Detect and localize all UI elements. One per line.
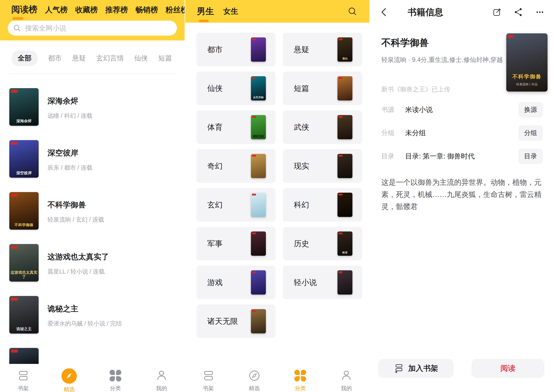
book-meta: 晨星LL / 轻小说 / 连载: [48, 268, 109, 276]
tab-male[interactable]: 男生: [197, 6, 214, 17]
tab-favorites-rank[interactable]: 收藏榜: [75, 5, 98, 19]
publisher-badge: [338, 271, 343, 273]
category-card-history[interactable]: 历史 终宋: [283, 227, 362, 260]
nav-item-category[interactable]: 分类: [277, 364, 323, 392]
publisher-badge: [252, 77, 256, 79]
category-label: 现实: [294, 161, 309, 171]
cover-author-text: 轻泉流响丨作品: [506, 83, 547, 86]
nav-item-category[interactable]: 分类: [92, 364, 139, 392]
category-card-xuanhuan[interactable]: 玄幻: [196, 188, 276, 222]
change-source-button[interactable]: 换源: [519, 102, 543, 118]
book-meta: 轻泉流响 · 9.4分,重生流,修士,修仙封神,穿越,空...: [381, 56, 503, 64]
tab-female[interactable]: 女生: [223, 6, 238, 16]
category-card-reality[interactable]: 现实: [283, 149, 362, 183]
bottom-nav: 书架 精选 分类 我的: [0, 364, 185, 392]
nav-item-featured[interactable]: 精选: [46, 364, 92, 392]
category-cover: [251, 193, 266, 217]
publisher-badge: [508, 35, 514, 38]
filter-all[interactable]: 全部: [12, 50, 38, 66]
nav-label: 精选: [64, 386, 75, 392]
category-card-light-novel[interactable]: 轻小说: [283, 266, 362, 299]
read-button[interactable]: 阅读: [471, 359, 544, 378]
share-icon[interactable]: [513, 7, 523, 17]
category-label: 轻小说: [294, 277, 317, 288]
book-list-item[interactable]: [9, 348, 185, 365]
category-screen: 男生 女生 都市 悬疑 魔临 仙侠 从芯开始: [185, 0, 369, 392]
rank-list-screen: 阅读榜 人气榜 收藏榜 推荐榜 畅销榜 粉丝榜 全部 都市 悬疑 玄幻言情 仙侠…: [0, 0, 185, 392]
tab-popularity-rank[interactable]: 人气榜: [45, 5, 68, 19]
category-cover: [337, 270, 352, 294]
category-label: 游戏: [207, 277, 223, 288]
category-label: 玄幻: [207, 200, 223, 210]
category-card-military[interactable]: 军事: [196, 227, 276, 260]
rank-book-list: 深海余烬 深海余烬 远瞳 / 科幻 / 连载 深空彼岸 深空彼岸 辰东 / 都市…: [0, 74, 185, 365]
category-card-wuxia[interactable]: 武侠: [283, 110, 362, 144]
book-meta: 远瞳 / 科幻 / 连载: [48, 112, 92, 120]
tab-recommend-rank[interactable]: 推荐榜: [105, 5, 128, 19]
search-icon[interactable]: [347, 6, 358, 17]
search-bar[interactable]: [8, 21, 177, 35]
group-button[interactable]: 分组: [519, 125, 543, 141]
category-card-qihuan[interactable]: 奇幻: [196, 149, 276, 183]
category-card-urban[interactable]: 都市: [196, 33, 276, 66]
tab-fans-rank[interactable]: 粉丝榜: [166, 5, 185, 19]
row-label: 书源: [381, 105, 405, 114]
category-card-short[interactable]: 短篇: [283, 71, 362, 105]
category-card-suspense[interactable]: 悬疑 魔临: [283, 33, 362, 66]
row-group: 分组 未分组 分组: [381, 121, 543, 145]
category-card-sports[interactable]: 体育 禁区之雄: [196, 110, 276, 144]
category-cover: 魔临: [337, 37, 352, 62]
book-list-item[interactable]: 深空彼岸 深空彼岸 辰东 / 都市 / 连载: [9, 140, 185, 178]
nav-item-bookshelf[interactable]: 书架: [185, 364, 231, 392]
book-list-item[interactable]: 不科学御兽 不科学御兽 轻泉流响 / 玄幻 / 连载: [9, 192, 185, 230]
book-info: 不科学御兽 轻泉流响 / 玄幻 / 连载: [48, 192, 104, 230]
add-to-shelf-button[interactable]: 加入书架: [378, 359, 454, 378]
category-card-game[interactable]: 游戏: [196, 266, 276, 299]
search-input[interactable]: [25, 24, 174, 32]
nav-label: 我的: [341, 385, 352, 392]
book-title: 不科学御兽: [48, 200, 104, 210]
book-cover: 深海余烬: [9, 88, 39, 126]
more-icon[interactable]: [535, 7, 545, 17]
add-to-shelf-icon: [394, 363, 404, 373]
nav-item-featured[interactable]: 精选: [231, 364, 277, 392]
book-list-item[interactable]: 深海余烬 深海余烬 远瞳 / 科幻 / 连载: [9, 88, 185, 126]
cover-title-text: 深空彼岸: [9, 171, 39, 175]
book-list-item[interactable]: 诡秘之主 诡秘之主 爱潜水的乌贼 / 轻小说 / 完结: [9, 296, 185, 334]
filter-xianxia[interactable]: 仙侠: [134, 54, 148, 63]
tab-bestseller-rank[interactable]: 畅销榜: [135, 5, 158, 19]
category-cover: [251, 154, 266, 178]
edit-icon[interactable]: [492, 7, 502, 17]
filter-suspense[interactable]: 悬疑: [72, 54, 86, 63]
user-icon: [340, 369, 353, 382]
category-label: 仙侠: [207, 83, 223, 94]
nav-label: 我的: [156, 385, 167, 392]
publisher-badge: [338, 232, 343, 234]
book-cover: 深空彼岸: [9, 140, 39, 178]
nav-item-mine[interactable]: 我的: [323, 364, 369, 392]
nav-item-mine[interactable]: 我的: [139, 364, 185, 392]
book-info: 深空彼岸 辰东 / 都市 / 连载: [48, 140, 92, 178]
cover-title-text: 不科学御兽: [9, 223, 39, 227]
book-description: 这是一个以御兽为主流的异世界。动物，植物，元素，死灵，机械……九尾炎狐，生命古树…: [381, 176, 543, 213]
tab-reading-rank[interactable]: 阅读榜: [11, 4, 37, 19]
book-info: 深海余烬 远瞳 / 科幻 / 连载: [48, 88, 92, 126]
filter-short[interactable]: 短篇: [158, 54, 172, 63]
catalog-button[interactable]: 目录: [519, 149, 543, 164]
nav-label: 精选: [249, 385, 260, 392]
category-card-xianxia[interactable]: 仙侠 从芯开始: [196, 71, 276, 105]
category-card-scifi[interactable]: 科幻: [283, 188, 362, 222]
category-card-infinite[interactable]: 诸天无限: [196, 304, 276, 338]
publisher-badge: [338, 77, 343, 79]
book-info: 诡秘之主 爱潜水的乌贼 / 轻小说 / 完结: [48, 296, 122, 334]
row-source: 书源 米读小说 换源: [381, 98, 543, 121]
back-icon[interactable]: [379, 7, 390, 17]
nav-label: 分类: [110, 385, 121, 392]
filter-fantasy-romance[interactable]: 玄幻言情: [96, 54, 124, 63]
filter-urban[interactable]: 都市: [48, 54, 62, 63]
compass-icon: [62, 369, 77, 383]
row-label: 分组: [381, 129, 405, 138]
nav-item-bookshelf[interactable]: 书架: [0, 364, 46, 392]
category-label: 武侠: [294, 122, 309, 133]
book-list-item[interactable]: 这游戏也太真实了 这游戏也太真实了 晨星LL / 轻小说 / 连载: [9, 244, 185, 282]
